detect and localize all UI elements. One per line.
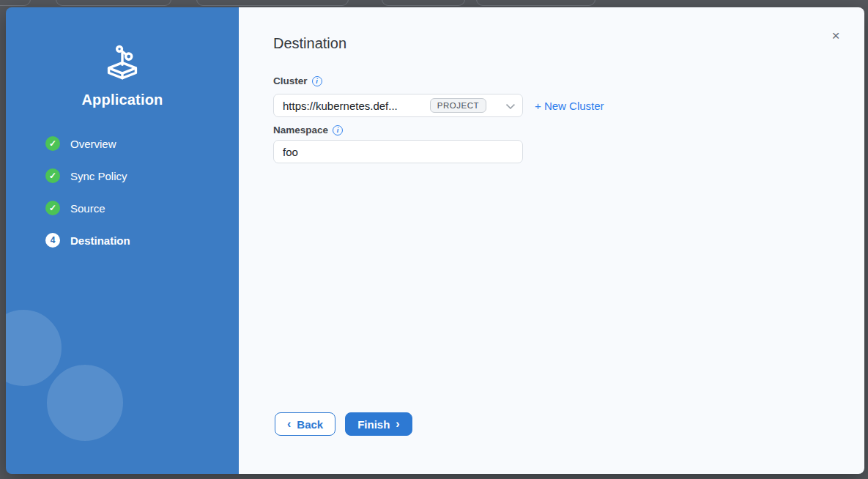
step-overview[interactable]: ✓ Overview xyxy=(45,127,231,160)
step-label: Sync Policy xyxy=(70,170,127,182)
back-button[interactable]: ‹ Back xyxy=(275,412,335,436)
namespace-label: Namespace xyxy=(273,125,328,135)
close-icon[interactable]: × xyxy=(829,29,842,42)
background-card-outline xyxy=(0,0,31,6)
info-icon[interactable]: i xyxy=(312,76,322,86)
back-button-label: Back xyxy=(297,418,323,431)
cluster-value: https://kubernetes.def... xyxy=(283,100,430,112)
step-label: Source xyxy=(70,202,105,215)
cluster-label: Cluster xyxy=(273,75,308,86)
step-source[interactable]: ✓ Source xyxy=(45,192,231,224)
wizard-buttons: ‹ Back Finish › xyxy=(275,412,412,436)
chevron-right-icon: › xyxy=(396,418,399,430)
destination-panel: × Destination Cluster i https://kubernet… xyxy=(239,7,864,474)
info-icon[interactable]: i xyxy=(333,125,343,135)
chevron-down-icon xyxy=(506,100,516,109)
application-box-icon xyxy=(6,44,239,81)
cluster-select[interactable]: https://kubernetes.def... PROJECT xyxy=(273,94,523,117)
project-badge: PROJECT xyxy=(430,98,486,113)
wizard-sidebar: Application ✓ Overview ✓ Sync Policy ✓ S… xyxy=(6,7,239,474)
step-complete-icon: ✓ xyxy=(45,201,60,215)
application-wizard-modal: Application ✓ Overview ✓ Sync Policy ✓ S… xyxy=(6,7,864,474)
step-complete-icon: ✓ xyxy=(45,136,60,151)
step-sync-policy[interactable]: ✓ Sync Policy xyxy=(45,160,231,192)
wizard-title: Application xyxy=(6,92,239,108)
finish-button-label: Finish xyxy=(357,418,390,431)
new-cluster-link[interactable]: + New Cluster xyxy=(535,94,604,117)
step-complete-icon: ✓ xyxy=(45,168,60,183)
wizard-steps: ✓ Overview ✓ Sync Policy ✓ Source 4 xyxy=(45,127,231,256)
step-destination[interactable]: 4 Destination xyxy=(45,224,231,256)
page-title: Destination xyxy=(273,35,346,52)
finish-button[interactable]: Finish › xyxy=(345,412,412,436)
namespace-input[interactable] xyxy=(273,140,523,163)
background-card-outline xyxy=(382,0,465,6)
cluster-label-row: Cluster i xyxy=(273,75,322,86)
namespace-label-row: Namespace i xyxy=(273,125,343,135)
step-label: Overview xyxy=(70,138,116,150)
background-card-outline xyxy=(56,0,171,6)
background-card-outline xyxy=(196,0,349,6)
background-card-outline xyxy=(476,0,596,6)
chevron-left-icon: ‹ xyxy=(287,418,291,430)
step-label: Destination xyxy=(70,234,130,247)
step-number-icon: 4 xyxy=(45,233,60,248)
